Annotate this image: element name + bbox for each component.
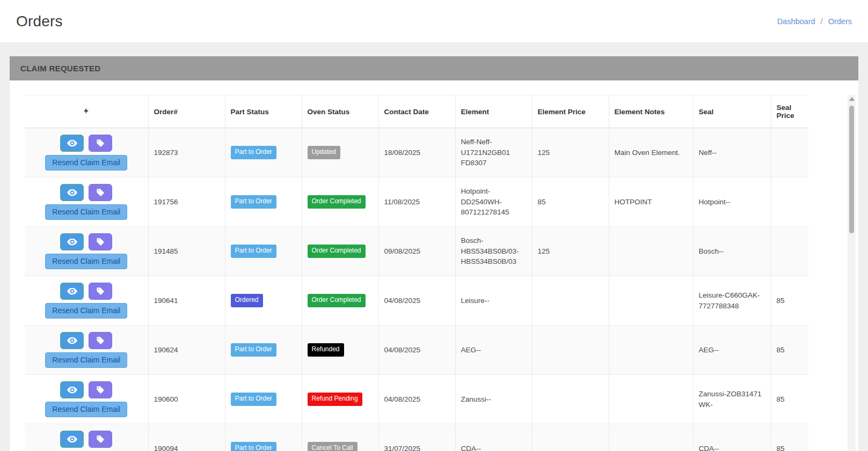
view-order-button[interactable]: [60, 135, 84, 152]
tag-icon: [96, 287, 105, 295]
resend-claim-email-button[interactable]: Resend Claim Email: [45, 254, 127, 269]
scrollbar-thumb[interactable]: [849, 106, 854, 233]
eye-icon: [67, 435, 77, 443]
actions-cell: Resend Claim Email: [25, 375, 148, 424]
tag-icon: [96, 139, 105, 147]
table-row: Resend Claim Email 190624 Part to Order …: [25, 326, 808, 375]
element-price-cell: [532, 276, 609, 326]
table-row: Resend Claim Email 191485 Part to Order …: [25, 227, 808, 276]
oven-status-cell: Order Completed: [302, 276, 378, 326]
orders-table-body: Resend Claim Email 192873 Part to Order …: [25, 128, 808, 451]
view-order-button[interactable]: [60, 283, 84, 300]
view-order-button[interactable]: [60, 381, 84, 398]
tag-button[interactable]: [89, 135, 112, 152]
element-cell: Zanussi--: [455, 375, 532, 424]
seal-price-cell: 85: [771, 276, 808, 326]
oven-status-badge: Order Completed: [308, 294, 366, 307]
element-notes-cell: HOTPOINT: [609, 178, 693, 227]
element-price-cell: [532, 375, 609, 424]
part-status-cell: Part to Order: [225, 326, 302, 375]
part-status-cell: Ordered: [225, 276, 302, 326]
page: Orders Dashboard / Orders CLAIM REQUESTE…: [0, 0, 868, 451]
tag-button[interactable]: [89, 283, 112, 300]
element-price-cell: 85: [532, 178, 609, 227]
column-header-contact-date: Contact Date: [378, 95, 455, 128]
column-header-seal: Seal: [693, 95, 771, 128]
seal-cell: Zanussi-ZOB31471 WK-: [693, 375, 771, 424]
oven-status-badge: Order Completed: [308, 245, 366, 257]
breadcrumb-dashboard-link[interactable]: Dashboard: [777, 17, 815, 26]
seal-cell: Bosch--: [693, 227, 771, 276]
tag-icon: [96, 435, 105, 443]
view-order-button[interactable]: [60, 332, 84, 349]
part-status-cell: Part to Order: [225, 178, 302, 227]
contact-date-cell: 09/08/2025: [378, 227, 455, 276]
element-notes-cell: [609, 375, 693, 424]
view-order-button[interactable]: [60, 184, 84, 201]
order-number-cell: 191756: [148, 178, 225, 227]
contact-date-cell: 04/08/2025: [378, 276, 455, 326]
tag-button[interactable]: [89, 233, 112, 250]
resend-claim-email-button[interactable]: Resend Claim Email: [45, 402, 127, 417]
element-notes-cell: Main Oven Element.: [609, 128, 693, 178]
resend-claim-email-button[interactable]: Resend Claim Email: [45, 352, 127, 368]
view-order-button[interactable]: [60, 431, 84, 448]
table-row: Resend Claim Email 191756 Part to Order …: [25, 178, 808, 227]
part-status-badge: Part to Order: [231, 146, 276, 159]
element-cell: Leisure--: [455, 276, 532, 326]
seal-price-cell: 85: [771, 375, 808, 424]
oven-status-cell: Updated: [302, 128, 378, 178]
breadcrumb-separator: /: [821, 17, 823, 26]
tag-icon: [96, 336, 105, 345]
table-row: Resend Claim Email 190641 Ordered Order …: [25, 276, 808, 326]
seal-cell: Neff--: [693, 128, 771, 178]
oven-status-cell: Order Completed: [302, 227, 378, 276]
actions-cell: Resend Claim Email: [25, 178, 148, 227]
contact-date-cell: 11/08/2025: [378, 178, 455, 227]
column-header-order: Order#: [148, 95, 225, 128]
tag-icon: [96, 386, 105, 394]
element-cell: AEG--: [455, 326, 532, 375]
table-row: Resend Claim Email 190600 Part to Order …: [25, 375, 808, 424]
panel-title: CLAIM REQUESTED: [10, 56, 858, 80]
column-header-seal-price: Seal Price: [771, 95, 808, 128]
view-order-button[interactable]: [60, 233, 84, 250]
element-cell: Neff-Neff-U1721N2GB01 FD8307: [455, 128, 532, 178]
main-content: CLAIM REQUESTED: [0, 43, 868, 451]
order-number-cell: 190641: [148, 276, 225, 326]
part-status-cell: Part to Order: [225, 227, 302, 276]
actions-cell: Resend Claim Email: [25, 128, 148, 178]
tag-button[interactable]: [89, 431, 112, 448]
element-notes-cell: [609, 276, 693, 326]
part-status-cell: Part to Order: [225, 375, 302, 424]
seal-cell: Leisure-C660GAK-7727788348: [693, 276, 771, 326]
tag-icon: [96, 188, 105, 197]
oven-status-badge: Order Completed: [308, 195, 366, 208]
part-status-cell: Part to Order: [225, 424, 302, 451]
actions-cell: Resend Claim Email: [25, 227, 148, 276]
tag-button[interactable]: [89, 381, 112, 398]
breadcrumb-orders-link[interactable]: Orders: [828, 17, 852, 26]
table-header: Order# Part Status Oven Status Contact D…: [25, 95, 808, 128]
scroll-up-arrow-icon[interactable]: [849, 97, 855, 101]
element-notes-cell: [609, 326, 693, 375]
resend-claim-email-button[interactable]: Resend Claim Email: [45, 155, 127, 171]
contact-date-cell: 18/08/2025: [378, 128, 455, 178]
resend-claim-email-button[interactable]: Resend Claim Email: [45, 204, 127, 220]
column-header-element-notes: Element Notes: [609, 95, 693, 128]
column-header-element-price: Element Price: [532, 95, 609, 128]
seal-price-cell: [771, 178, 808, 227]
oven-status-cell: Refunded: [302, 326, 378, 375]
tag-button[interactable]: [89, 184, 112, 201]
resend-claim-email-button[interactable]: Resend Claim Email: [45, 303, 127, 319]
part-status-badge: Part to Order: [231, 245, 276, 257]
element-notes-cell: [609, 424, 693, 451]
element-cell: Bosch-HBS534BS0B/03-HBS534BS0B/03: [455, 227, 532, 276]
oven-status-badge: Cancel To Call: [308, 442, 358, 451]
seal-price-cell: [771, 128, 808, 178]
tag-button[interactable]: [89, 332, 112, 349]
actions-cell: Resend Claim Email: [25, 276, 148, 326]
eye-icon: [67, 139, 77, 147]
column-header-oven-status: Oven Status: [302, 95, 378, 128]
page-title: Orders: [16, 13, 63, 30]
